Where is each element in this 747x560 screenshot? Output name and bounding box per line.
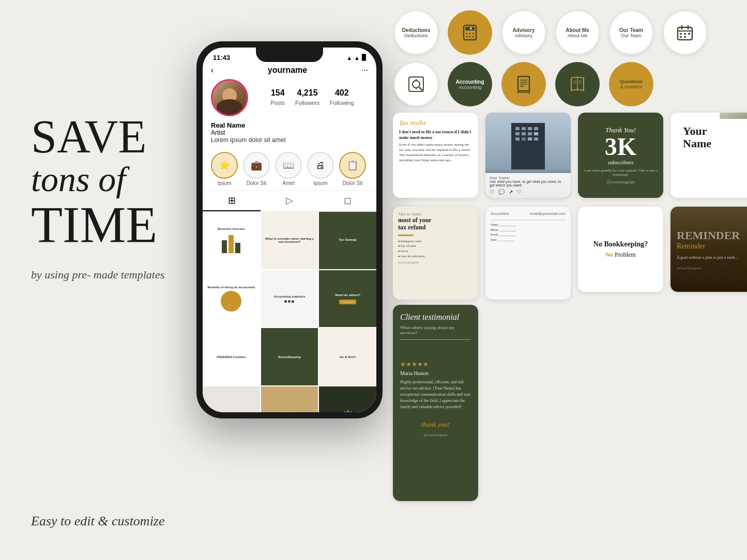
grid-post-3[interactable]: Tax Savings [319, 212, 376, 269]
post-content-12: ⚖️ [319, 386, 376, 412]
svg-point-21 [413, 81, 420, 88]
highlight-deductions[interactable]: Deductions Deductions [393, 10, 439, 55]
svg-rect-38 [522, 127, 526, 130]
card-no-bookkeeping: No Bookkeeping? No Problem [578, 207, 663, 292]
grid-post-11[interactable]: 🤝 [261, 386, 318, 412]
grid-post-6[interactable]: Need tax advice? Contact me [319, 270, 376, 328]
chart-circle [394, 62, 438, 106]
highlight-calendar[interactable] [662, 10, 708, 55]
deductions-text: Deductions Deductions [402, 27, 430, 38]
highlight-3[interactable]: 📖 Amet [275, 152, 302, 186]
grid-post-8[interactable]: Recordkeeping [261, 328, 318, 385]
card-3k: Thank You! 3K subscribers I am really gr… [578, 113, 663, 198]
book-icon [567, 74, 588, 95]
ig-back-icon[interactable]: ‹ [211, 66, 214, 75]
highlight-label-3: Amet [275, 180, 302, 186]
highlight-accounting[interactable]: Accounting Accounting [447, 62, 493, 106]
highlight-label-1: Ipsum [211, 180, 238, 186]
highlight-5[interactable]: 📋 Dolor Sit [339, 152, 366, 186]
svg-rect-43 [528, 132, 532, 135]
grid-post-10[interactable]: About [203, 386, 260, 412]
tax-refund-label: Tips to make [398, 212, 473, 216]
highlight-2[interactable]: 💼 Dolor Sit [243, 152, 270, 186]
accounting-circle: Accounting Accounting [448, 62, 492, 106]
grid-post-9[interactable]: Do & Don't [319, 328, 376, 385]
grid-post-7[interactable]: FREEBIES Freebies [203, 328, 260, 385]
svg-rect-42 [522, 132, 526, 135]
ig-stat-following: 402 Following [330, 88, 354, 107]
following-count: 402 [330, 88, 354, 98]
tab-tagged[interactable]: ◻ [318, 191, 376, 211]
highlight-about-me[interactable]: About Me About Me [554, 10, 601, 55]
receipt-icon [514, 74, 533, 94]
highlight-4[interactable]: 🖨 Ipsum [307, 152, 334, 186]
building-svg [485, 113, 571, 169]
svg-point-3 [469, 33, 471, 35]
svg-point-6 [469, 36, 471, 38]
comment-icon[interactable]: 💬 [498, 189, 505, 195]
problem-text: Problem [615, 251, 636, 258]
post-content-7: FREEBIES Freebies [205, 330, 258, 383]
ig-stat-posts: 154 Posts [270, 88, 285, 107]
grid-post-5[interactable]: Accounting statistics [261, 270, 318, 328]
ig-username: yourname [268, 66, 307, 75]
tax-refund-items: ● Emergency fund ● Pay off debt ● Invest… [398, 239, 473, 259]
testimonial-quote: Highly professional, efficient, and full… [400, 379, 471, 410]
highlight-circle-3: 📖 [275, 152, 302, 179]
tab-video[interactable]: ▷ [261, 191, 318, 211]
3k-instagram: @yourinstagram [607, 180, 635, 184]
tax-refund-instagram: @yourinstagram [398, 261, 473, 264]
svg-rect-48 [534, 137, 538, 141]
highlight-advisory[interactable]: Advisory Advisory [500, 10, 547, 55]
qa-text: Questions & Answers [620, 79, 643, 89]
post-btn-6[interactable]: Contact me [339, 300, 356, 304]
testimonial-stars: ★★★★★ [400, 361, 471, 368]
save-icon[interactable]: ♡ [517, 189, 522, 195]
svg-rect-15 [680, 33, 682, 35]
post-content-3: Tax Savings [319, 212, 376, 269]
grid-post-1[interactable]: Business Success [203, 212, 260, 269]
building-desc: Use what you have, to get what you need,… [490, 180, 567, 187]
highlight-qa[interactable]: Questions & Answers [608, 62, 654, 106]
cards-row1: Tax myths I don't need to file a tax ret… [393, 113, 747, 198]
highlight-book[interactable] [554, 62, 601, 106]
divider [491, 220, 566, 221]
our-team-text: Our Team Our Team [619, 27, 643, 38]
status-icons: ▲ ▲ ▉ [346, 54, 366, 61]
svg-rect-19 [684, 36, 686, 38]
avatar-image [212, 81, 247, 115]
post-content-10: About [205, 388, 258, 412]
post-title-2: What to consider when starting a new bus… [265, 237, 314, 243]
card-testimonial-container: Client testimonial What others saying ab… [393, 305, 478, 501]
testimonial-reviewer: Maria Haston [400, 370, 471, 376]
tab-grid[interactable]: ⊞ [203, 191, 261, 211]
share-icon[interactable]: ↗ [509, 189, 513, 195]
advisory-circle: Advisory Advisory [501, 10, 546, 55]
svg-rect-16 [684, 33, 686, 35]
time-heading: TIME [31, 199, 196, 251]
ig-header: ‹ yourname ··· [203, 64, 376, 79]
like-icon[interactable]: ♡ [490, 189, 494, 195]
highlight-our-team[interactable]: Our Team Our Team [608, 10, 654, 55]
building-card-content: Dear Trainer Use what you have, to get w… [485, 173, 571, 198]
highlight-label-4: Ipsum [307, 180, 334, 186]
grid-post-2[interactable]: What to consider when starting a new bus… [261, 212, 318, 269]
highlight-receipt[interactable] [500, 62, 547, 106]
post-title-8: Recordkeeping [278, 355, 300, 359]
grid-post-4[interactable]: Benefits of hiring an accountant [203, 270, 260, 328]
ig-menu-icon[interactable]: ··· [361, 66, 368, 75]
testimonial-thanks: thank you! [400, 421, 471, 429]
deductions-circle: Deductions Deductions [394, 10, 438, 55]
grid-post-12[interactable]: ⚖️ [319, 386, 376, 412]
testimonial-title: Client testimonial [400, 312, 471, 323]
highlight-calculator[interactable] [447, 10, 493, 55]
story-highlights-row2: Accounting Accounting [393, 62, 654, 106]
following-label: Following [330, 100, 354, 106]
ig-profile-section: 154 Posts 4,215 Followers 402 Following [203, 79, 376, 121]
svg-rect-41 [515, 132, 520, 135]
highlight-1[interactable]: ⭐ Ipsum [211, 152, 238, 186]
accounting-text: Accounting Accounting [456, 79, 484, 90]
calendar-icon [675, 22, 695, 43]
card-reminder: REMINDER Reminder A goal without a plan … [670, 207, 747, 292]
highlight-chart[interactable] [393, 62, 439, 106]
